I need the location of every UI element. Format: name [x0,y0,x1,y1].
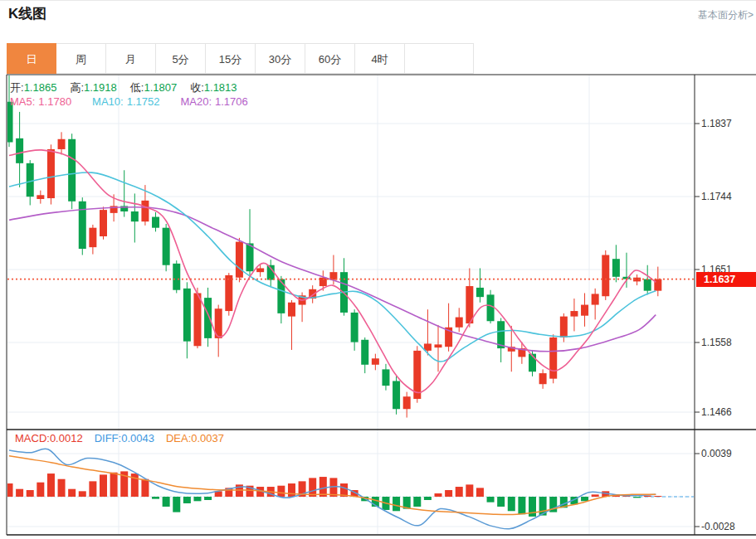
tab-4时[interactable]: 4时 [355,43,405,74]
tab-bar-filler [405,43,474,74]
price-tick-label: 1.1558 [701,337,753,348]
price-tick-label: 1.1837 [701,118,753,129]
macd-tick-label: -0.0028 [701,521,753,532]
legend-item: 开:1.1865 [10,80,70,95]
price-tick-label: 1.1744 [701,191,753,202]
legend-item: MA5:1.1780 [10,95,79,108]
tab-周[interactable]: 周 [56,43,106,74]
macd-tick-label: 0.0039 [701,448,753,459]
page-title: K线图 [8,4,46,23]
macd-legend: MACD:0.0012DIFF:0.0043DEA:0.0037 [15,432,236,444]
ohlc-legend: 开:1.1865高:1.1918低:1.1807收:1.1813 [10,80,251,95]
legend-item: DIFF:0.0043 [95,432,154,444]
ma-legend: MA5:1.1780MA10:1.1752MA20:1.1706 [10,95,269,108]
legend-item: MA20:1.1706 [180,95,255,108]
fundamental-analysis-link[interactable]: 基本面分析> [698,8,754,22]
legend-item: MA10:1.1752 [92,95,167,108]
tab-日[interactable]: 日 [7,43,56,74]
tab-60分[interactable]: 60分 [305,43,355,74]
price-tick-label: 1.1466 [701,406,753,418]
legend-item: 低:1.1807 [130,80,190,95]
legend-item: DEA:0.0037 [166,432,224,444]
kline-page: K线图 基本面分析> 日周月5分15分30分60分4时 开:1.1865高:1.… [0,0,756,539]
tab-15分[interactable]: 15分 [206,43,256,74]
tab-30分[interactable]: 30分 [256,43,305,74]
legend-item: 收:1.1813 [190,80,250,95]
legend-item: MACD:0.0012 [15,432,83,444]
period-tab-bar: 日周月5分15分30分60分4时 [7,43,474,74]
current-price-badge: 1.1637 [696,272,756,287]
legend-item: 高:1.1918 [70,80,129,95]
tab-5分[interactable]: 5分 [156,43,206,74]
tab-月[interactable]: 月 [106,43,156,74]
